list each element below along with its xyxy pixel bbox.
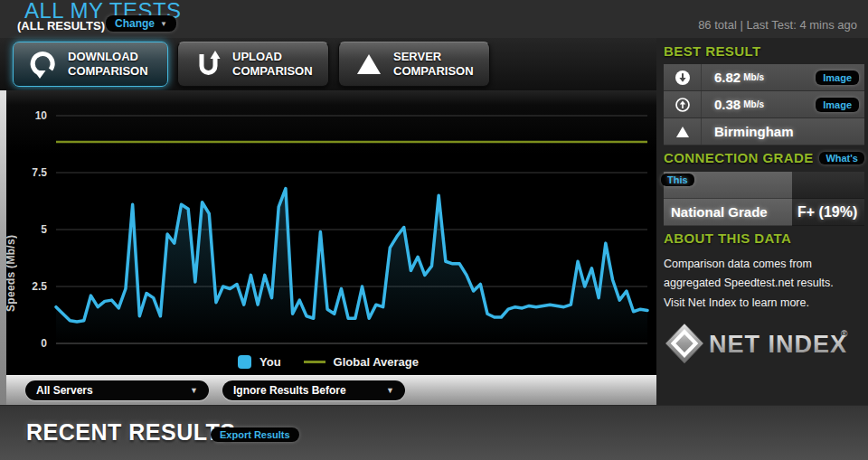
chevron-down-icon: ▼	[190, 386, 198, 395]
export-results-button[interactable]: Export Results	[211, 427, 299, 442]
grade-spacer-row: This	[664, 172, 864, 199]
filter-bar: All Servers ▼ Ignore Results Before ▼	[0, 375, 656, 405]
tab-upload-comparison[interactable]: UPLOAD COMPARISON	[177, 42, 329, 87]
netindex-logo-text: NET INDEX	[709, 331, 847, 358]
svg-text:0: 0	[41, 337, 47, 350]
legend-you-swatch	[238, 355, 251, 369]
best-download-value: 6.82	[714, 70, 741, 85]
download-icon	[28, 49, 59, 80]
page: ALL MY TESTS (ALL RESULTS) Change ▼ 86 t…	[0, 0, 868, 460]
legend-you-label: You	[259, 355, 281, 369]
about-this-data-text: Comparison data comes from aggregated Sp…	[664, 255, 855, 313]
best-server-row: Birmingham	[664, 118, 864, 146]
server-icon	[354, 49, 384, 80]
chart-legend: You Global Average	[0, 355, 656, 369]
whats-this-link-part1[interactable]: What's	[819, 152, 864, 164]
svg-text:7.5: 7.5	[32, 166, 47, 179]
netindex-logo-reg: ®	[841, 329, 848, 339]
tests-summary: 86 total | Last Test: 4 mins ago	[698, 18, 857, 32]
connection-grade-header: CONNECTION GRADE What's	[664, 150, 864, 165]
download-image-button[interactable]: Image	[816, 70, 859, 85]
speed-chart-panel: 02.557.510 Speeds (Mb/s) You Global Aver…	[0, 90, 656, 375]
svg-text:10: 10	[35, 109, 48, 122]
sidebar: BEST RESULT 6.82 Mb/s Image	[656, 38, 868, 405]
national-grade-row: National Grade F+ (19%)	[664, 199, 864, 226]
connection-grade-heading: CONNECTION GRADE	[664, 150, 814, 165]
connection-grade-table: This National Grade F+ (19%)	[664, 172, 864, 226]
change-button[interactable]: Change ▼	[106, 15, 176, 32]
chevron-down-icon: ▼	[160, 20, 167, 28]
page-edge-strip	[0, 90, 6, 427]
best-download-row: 6.82 Mb/s Image	[664, 64, 864, 91]
upload-image-button[interactable]: Image	[816, 98, 859, 112]
server-filter-value: All Servers	[36, 384, 93, 397]
svg-text:5: 5	[41, 223, 47, 236]
upload-circle-icon	[664, 91, 702, 117]
recent-results-heading: RECENT RESULTS	[26, 419, 236, 446]
server-triangle-icon	[664, 118, 702, 145]
tab-label: DOWNLOAD COMPARISON	[68, 50, 162, 80]
netindex-logo[interactable]: NET INDEX ®	[664, 323, 855, 368]
tab-download-comparison[interactable]: DOWNLOAD COMPARISON	[13, 42, 168, 87]
whats-this-link-part2[interactable]: This	[661, 174, 694, 186]
tab-label: SERVER COMPARISON	[393, 50, 487, 80]
legend-global-average-line	[304, 361, 326, 363]
tab-server-comparison[interactable]: SERVER COMPARISON	[338, 42, 490, 87]
download-circle-icon	[664, 64, 702, 90]
ignore-results-before-dropdown[interactable]: Ignore Results Before ▼	[222, 380, 405, 400]
upload-icon	[193, 49, 223, 80]
best-download-unit: Mb/s	[743, 72, 764, 82]
best-server-value: Birmingham	[714, 124, 794, 139]
best-result-heading: BEST RESULT	[664, 43, 760, 59]
server-filter-dropdown[interactable]: All Servers ▼	[25, 380, 209, 400]
recent-results-section: RECENT RESULTS Export Results	[0, 405, 868, 460]
y-axis-label: Speeds (Mb/s)	[5, 140, 17, 312]
svg-text:2.5: 2.5	[32, 280, 47, 293]
best-upload-value: 0.38	[714, 97, 741, 112]
header: ALL MY TESTS (ALL RESULTS) Change ▼ 86 t…	[0, 0, 868, 38]
chevron-down-icon: ▼	[386, 386, 394, 395]
results-scope-label: (ALL RESULTS)	[17, 19, 105, 33]
legend-global-average-label: Global Average	[334, 355, 419, 369]
comparison-tabs: DOWNLOAD COMPARISON UPLOAD COMPARISON SE…	[0, 38, 656, 90]
change-button-label: Change	[115, 17, 155, 30]
speed-chart: 02.557.510	[0, 90, 656, 375]
best-upload-unit: Mb/s	[743, 99, 764, 109]
best-result-table: 6.82 Mb/s Image 0.38 Mb/s Image	[664, 64, 864, 146]
tab-label: UPLOAD COMPARISON	[232, 50, 326, 80]
about-this-data-heading: ABOUT THIS DATA	[664, 230, 791, 246]
national-grade-label: National Grade	[664, 199, 792, 226]
ignore-results-before-value: Ignore Results Before	[233, 384, 346, 397]
best-upload-row: 0.38 Mb/s Image	[664, 91, 864, 118]
national-grade-value: F+ (19%)	[792, 199, 864, 226]
